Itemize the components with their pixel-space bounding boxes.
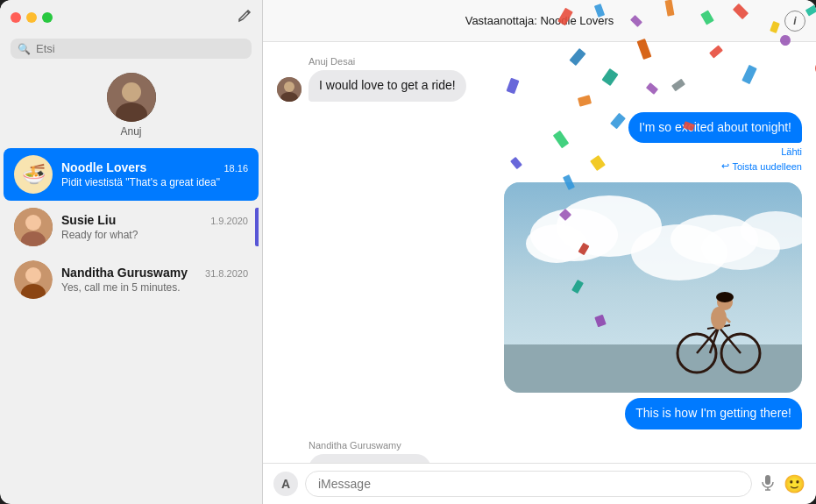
conv-preview-noodle: Pidit viestistä "That's a great idea" xyxy=(61,176,248,188)
conv-avatar-nanditha xyxy=(14,260,53,299)
svg-point-15 xyxy=(526,224,587,263)
conv-header-noodle: Noodle Lovers 18.16 xyxy=(61,160,248,174)
compose-button[interactable] xyxy=(238,9,252,26)
emoji-button[interactable]: 🙂 xyxy=(784,473,805,494)
conv-name-nanditha: Nanditha Guruswamy xyxy=(61,266,188,280)
conv-time-nanditha: 31.8.2020 xyxy=(205,268,248,279)
retap-outgoing[interactable]: ↩ Toista uudelleen xyxy=(721,160,802,172)
bubble-image-caption: This is how I'm getting there! xyxy=(625,398,802,429)
conv-header-susie: Susie Liu 1.9.2020 xyxy=(61,213,248,227)
msg-avatar-anuj xyxy=(277,77,302,102)
svg-point-1 xyxy=(122,82,141,102)
maximize-button[interactable] xyxy=(42,12,53,23)
svg-point-10 xyxy=(284,82,294,92)
message-row-excited: I'm so excited about tonight! Lähti ↩ To… xyxy=(277,112,802,173)
search-input[interactable] xyxy=(36,42,245,55)
svg-point-7 xyxy=(25,267,41,283)
message-row-nanditha: Nanditha Guruswamy That's a great idea ❤… xyxy=(277,440,802,463)
conv-name-susie: Susie Liu xyxy=(61,213,116,227)
chat-recipient: Vastaanottaja: Noodle Lovers xyxy=(465,14,614,27)
msg-sender-anuj: Anuj Desai xyxy=(309,56,466,67)
svg-rect-20 xyxy=(504,344,802,393)
chat-area: Vastaanottaja: Noodle Lovers i Anuj Desa… xyxy=(263,0,816,504)
close-button[interactable] xyxy=(11,12,21,23)
svg-point-30 xyxy=(716,292,734,302)
recipient-name: Noodle Lovers xyxy=(540,14,614,27)
traffic-lights xyxy=(11,12,53,23)
conv-item-nanditha[interactable]: Nanditha Guruswamy 31.8.2020 Yes, call m… xyxy=(4,253,259,306)
message-row-image: This is how I'm getting there! xyxy=(277,182,802,429)
msg-content-image: This is how I'm getting there! xyxy=(504,182,802,429)
conv-time-susie: 1.9.2020 xyxy=(210,216,248,226)
conv-details-noodle: Noodle Lovers 18.16 Pidit viestistä "Tha… xyxy=(61,160,248,188)
retap-outgoing-label: Toista uudelleen xyxy=(732,161,802,172)
pinned-contact-name: Anuj xyxy=(120,125,141,138)
conv-details-susie: Susie Liu 1.9.2020 Ready for what? xyxy=(61,213,248,241)
image-placeholder xyxy=(504,182,802,393)
messages-container: Anuj Desai I would love to get a ride! I… xyxy=(263,42,816,463)
conv-details-nanditha: Nanditha Guruswamy 31.8.2020 Yes, call m… xyxy=(61,266,248,294)
conversation-list: 🍜 Noodle Lovers 18.16 Pidit viestistä "T… xyxy=(0,148,262,504)
bubble-excited: I'm so excited about tonight! xyxy=(628,112,802,144)
chat-header: Vastaanottaja: Noodle Lovers i xyxy=(263,0,816,42)
pinned-avatar xyxy=(107,73,156,122)
msg-content-anuj: Anuj Desai I would love to get a ride! xyxy=(309,56,466,102)
search-bar[interactable]: 🔍 xyxy=(11,39,252,59)
chat-input[interactable] xyxy=(305,471,752,497)
conv-time-noodle: 18.16 xyxy=(224,163,248,174)
recipient-label: Vastaanottaja: xyxy=(465,14,537,27)
msg-sender-nanditha: Nanditha Guruswamy xyxy=(309,440,431,451)
svg-point-4 xyxy=(25,215,41,231)
sent-status: Lähti xyxy=(781,146,802,157)
bubble-anuj: I would love to get a ride! xyxy=(309,70,466,102)
bubble-nanditha: That's a great idea xyxy=(309,454,431,463)
conv-header-nanditha: Nanditha Guruswamy 31.8.2020 xyxy=(61,266,248,280)
search-icon: 🔍 xyxy=(18,43,31,55)
conv-item-noodle-lovers[interactable]: 🍜 Noodle Lovers 18.16 Pidit viestistä "T… xyxy=(4,148,259,201)
titlebar xyxy=(0,0,262,35)
sent-label: Lähti xyxy=(781,146,802,157)
image-bubble xyxy=(504,182,802,393)
chat-input-area: A 🙂 xyxy=(263,463,816,504)
conv-name-noodle: Noodle Lovers xyxy=(61,160,146,174)
conv-preview-nanditha: Yes, call me in 5 minutes. xyxy=(61,281,248,294)
appstore-button[interactable]: A xyxy=(273,472,298,496)
minimize-button[interactable] xyxy=(26,12,37,23)
sidebar: 🔍 Anuj 🍜 Noodle Lovers xyxy=(0,0,263,504)
svg-rect-35 xyxy=(765,475,770,485)
sidebar-accent xyxy=(255,208,259,246)
app-window: 🔍 Anuj 🍜 Noodle Lovers xyxy=(0,0,816,504)
pinned-contact[interactable]: Anuj xyxy=(0,66,262,148)
info-button[interactable]: i xyxy=(784,11,805,32)
audio-button[interactable] xyxy=(759,473,777,494)
conv-avatar-noodle: 🍜 xyxy=(14,155,53,194)
msg-content-excited: I'm so excited about tonight! Lähti ↩ To… xyxy=(628,112,802,173)
conv-preview-susie: Ready for what? xyxy=(61,229,248,241)
message-row-anuj: Anuj Desai I would love to get a ride! xyxy=(277,56,802,102)
msg-content-nanditha: Nanditha Guruswamy That's a great idea ❤… xyxy=(309,440,431,463)
conv-item-susie[interactable]: Susie Liu 1.9.2020 Ready for what? xyxy=(4,201,259,253)
conv-avatar-susie xyxy=(14,208,53,246)
